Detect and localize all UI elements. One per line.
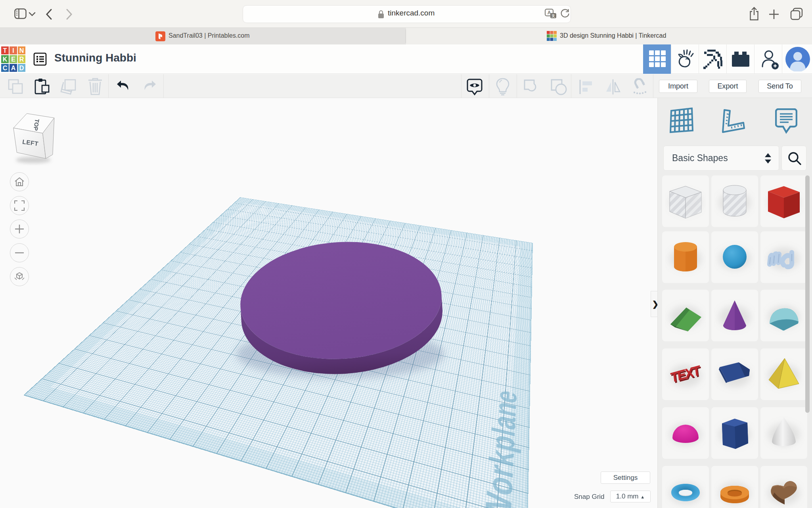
svg-text:K: K — [3, 56, 8, 63]
svg-text:E: E — [11, 56, 15, 63]
svg-text:文: 文 — [551, 14, 555, 18]
svg-text:R: R — [19, 56, 24, 63]
svg-text:N: N — [19, 47, 24, 54]
svg-text:I: I — [12, 47, 14, 54]
svg-text:D: D — [19, 65, 24, 71]
svg-text:A: A — [11, 65, 16, 71]
svg-text:C: C — [3, 65, 8, 71]
svg-text:T: T — [3, 47, 7, 54]
